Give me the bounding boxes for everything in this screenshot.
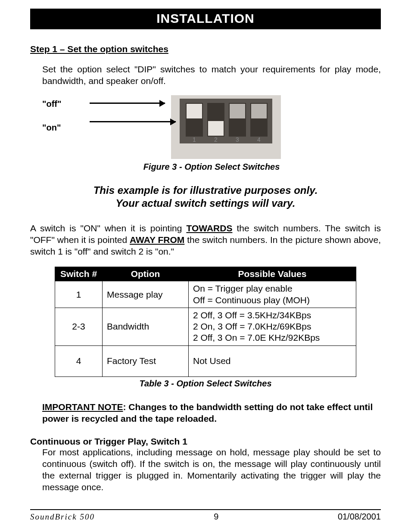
illustrative-line1: This example is for illustrative purpose… bbox=[30, 184, 381, 197]
step1-heading: Step 1 – Set the option switches bbox=[30, 44, 381, 54]
svg-rect-9 bbox=[251, 104, 267, 118]
td-op-1: Message play bbox=[103, 281, 189, 308]
table-header-row: Switch # Option Possible Values bbox=[55, 267, 356, 281]
footer-page-number: 9 bbox=[214, 512, 218, 522]
svg-text:3: 3 bbox=[236, 136, 239, 143]
dip-switch-image: 1 2 3 4 bbox=[170, 95, 282, 159]
td-sw-1: 1 bbox=[55, 281, 103, 308]
figure-block: "off" "on" bbox=[30, 95, 381, 172]
td-op-2: Bandwidth bbox=[103, 308, 189, 345]
switch-table: Switch # Option Possible Values 1 Messag… bbox=[55, 267, 356, 376]
important-note-lead: IMPORTANT NOTE bbox=[42, 402, 123, 412]
awayfrom-emph: AWAY FROM bbox=[130, 235, 184, 245]
td-pv-2: 2 Off, 3 Off = 3.5KHz/34KBps2 On, 3 Off … bbox=[189, 308, 356, 345]
off-label: "off" bbox=[42, 99, 90, 109]
page-footer: SoundBrick 500 9 01/08/2001 bbox=[30, 509, 381, 522]
footer-date: 01/08/2001 bbox=[338, 512, 381, 522]
td-pv-1: On = Trigger play enableOff = Continuous… bbox=[189, 281, 356, 308]
svg-rect-8 bbox=[230, 104, 245, 118]
td-pv-3: Not Used bbox=[189, 345, 356, 376]
svg-rect-6 bbox=[187, 104, 202, 118]
th-switch: Switch # bbox=[55, 267, 103, 281]
table-caption: Table 3 - Option Select Switches bbox=[30, 379, 381, 389]
arrow-on-icon bbox=[90, 121, 176, 122]
svg-text:4: 4 bbox=[257, 136, 261, 143]
switch-desc-part1: A switch is "ON" when it is pointing bbox=[30, 223, 186, 233]
continuous-heading: Continuous or Trigger Play, Switch 1 bbox=[30, 436, 381, 447]
svg-rect-7 bbox=[208, 121, 224, 136]
illustrative-note: This example is for illustrative purpose… bbox=[30, 184, 381, 210]
th-option: Option bbox=[103, 267, 189, 281]
td-op-3: Factory Test bbox=[103, 345, 189, 376]
step1-paragraph: Set the option select "DIP" switches to … bbox=[30, 64, 381, 87]
important-note: IMPORTANT NOTE: Changes to the bandwidth… bbox=[30, 401, 381, 425]
table-row: 4 Factory Test Not Used bbox=[55, 345, 356, 376]
switch-description: A switch is "ON" when it is pointing TOW… bbox=[30, 223, 381, 258]
illustrative-line2: Your actual switch settings will vary. bbox=[30, 197, 381, 210]
on-label: "on" bbox=[42, 123, 90, 133]
continuous-paragraph: For most applications, including message… bbox=[30, 447, 381, 493]
towards-emph: TOWARDS bbox=[186, 223, 232, 233]
section-banner: INSTALLATION bbox=[30, 9, 381, 29]
figure-caption: Figure 3 - Option Select Switches bbox=[42, 162, 381, 172]
footer-product: SoundBrick 500 bbox=[30, 512, 95, 522]
table-row: 1 Message play On = Trigger play enableO… bbox=[55, 281, 356, 308]
svg-text:1: 1 bbox=[193, 136, 196, 143]
td-sw-2: 2-3 bbox=[55, 308, 103, 345]
table-row: 2-3 Bandwidth 2 Off, 3 Off = 3.5KHz/34KB… bbox=[55, 308, 356, 345]
svg-text:2: 2 bbox=[214, 136, 218, 143]
arrow-off-icon bbox=[90, 103, 165, 104]
th-values: Possible Values bbox=[189, 267, 356, 281]
td-sw-3: 4 bbox=[55, 345, 103, 376]
